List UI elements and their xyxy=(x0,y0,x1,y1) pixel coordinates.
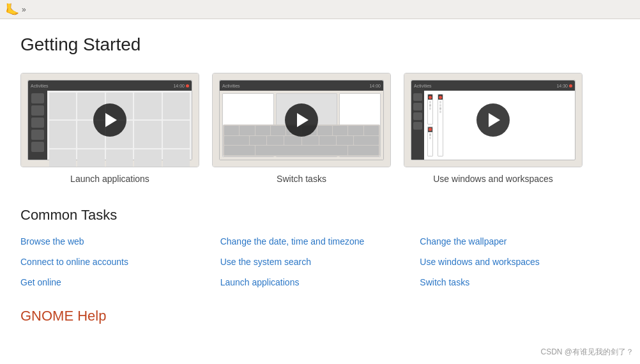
video-card-launch: Activities 14:00 xyxy=(20,73,199,184)
task-link-launch-apps[interactable]: Launch applications xyxy=(220,277,420,287)
main-content: Getting Started Activities 14:00 xyxy=(0,19,640,340)
task-link-system-search[interactable]: Use the system search xyxy=(220,257,420,267)
play-triangle-icon xyxy=(297,113,309,127)
gnome-help-heading: GNOME Help xyxy=(20,308,620,324)
getting-started-heading: Getting Started xyxy=(20,34,620,55)
video-card-windows: Activities 14:30 xyxy=(404,73,583,184)
video-card-switch: Activities 14:00 xyxy=(212,73,391,184)
video-thumb-launch[interactable]: Activities 14:00 xyxy=(20,73,199,167)
video-cards-row: Activities 14:00 xyxy=(20,73,620,184)
play-triangle-icon xyxy=(105,113,117,127)
play-button-switch[interactable] xyxy=(285,103,318,137)
tasks-column-1: Browse the web Connect to online account… xyxy=(20,236,220,287)
task-link-get-online[interactable]: Get online xyxy=(20,277,220,287)
video-thumb-switch[interactable]: Activities 14:00 xyxy=(212,73,391,167)
task-link-switch-tasks[interactable]: Switch tasks xyxy=(420,277,620,287)
video-label-launch: Launch applications xyxy=(70,174,149,184)
play-button-launch[interactable] xyxy=(93,103,126,137)
task-link-change-datetime[interactable]: Change the date, time and timezone xyxy=(220,236,420,246)
task-link-change-wallpaper[interactable]: Change the wallpaper xyxy=(420,236,620,246)
task-link-browse-web[interactable]: Browse the web xyxy=(20,236,220,246)
video-label-windows: Use windows and workspaces xyxy=(433,174,553,184)
topbar: 🦶 » xyxy=(0,0,640,19)
task-link-connect-accounts[interactable]: Connect to online accounts xyxy=(20,257,220,267)
play-button-windows[interactable] xyxy=(476,103,510,137)
video-label-switch: Switch tasks xyxy=(277,174,326,184)
tasks-grid: Browse the web Connect to online account… xyxy=(20,236,620,287)
gnome-icon: 🦶 xyxy=(5,3,19,17)
video-thumb-windows[interactable]: Activities 14:30 xyxy=(404,73,583,167)
common-tasks-heading: Common Tasks xyxy=(20,207,620,224)
task-link-use-windows[interactable]: Use windows and workspaces xyxy=(420,257,620,267)
topbar-arrows[interactable]: » xyxy=(22,5,26,14)
tasks-column-2: Change the date, time and timezone Use t… xyxy=(220,236,420,287)
play-triangle-icon xyxy=(489,113,500,127)
tasks-column-3: Change the wallpaper Use windows and wor… xyxy=(420,236,620,287)
